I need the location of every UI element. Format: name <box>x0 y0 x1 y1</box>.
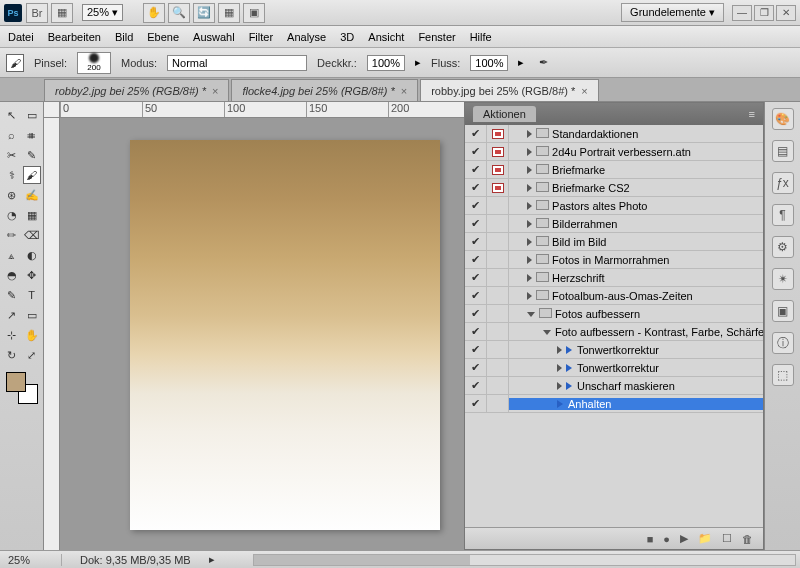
actions-tab-label[interactable]: Aktionen <box>473 106 536 122</box>
toggle-checkbox[interactable]: ✔ <box>465 233 487 251</box>
canvas-area[interactable]: 050100150200250300350400 Aktionen ≡ ✔ St… <box>44 102 764 550</box>
minimize-button[interactable]: — <box>732 5 752 21</box>
expand-icon[interactable] <box>527 202 532 210</box>
action-name[interactable]: Fotos aufbessern <box>509 308 763 320</box>
dialog-toggle[interactable] <box>487 359 509 377</box>
zoom-selector[interactable]: 25% ▾ <box>82 4 123 21</box>
expand-icon[interactable] <box>527 238 532 246</box>
airbrush-toggle[interactable]: ✒ <box>534 54 552 72</box>
collapse-icon[interactable] <box>527 312 535 317</box>
rotate-view-quick[interactable]: 🔄 <box>193 3 215 23</box>
dialog-toggle[interactable] <box>487 305 509 323</box>
menu-hilfe[interactable]: Hilfe <box>470 31 492 43</box>
close-window-button[interactable]: ✕ <box>776 5 796 21</box>
doc-tab-1[interactable]: flocke4.jpg bei 25% (RGB/8#) *× <box>231 79 418 101</box>
action-name[interactable]: Bild im Bild <box>509 236 763 248</box>
dialog-toggle[interactable] <box>487 125 509 143</box>
actions-panel-header[interactable]: Aktionen ≡ <box>465 103 763 125</box>
document-canvas[interactable] <box>130 140 440 530</box>
tool-2-1[interactable]: ✎ <box>23 146 41 164</box>
tool-9-0[interactable]: ✎ <box>3 286 21 304</box>
panel-icon-8[interactable]: ⬚ <box>772 364 794 386</box>
tool-0-0[interactable]: ↖ <box>3 106 21 124</box>
tool-3-1[interactable]: 🖌 <box>23 166 41 184</box>
dialog-toggle[interactable] <box>487 287 509 305</box>
collapse-icon[interactable] <box>543 330 551 335</box>
tool-1-1[interactable]: ⩩ <box>23 126 41 144</box>
action-name[interactable]: Fotoalbum-aus-Omas-Zeiten <box>509 290 763 302</box>
toggle-checkbox[interactable]: ✔ <box>465 287 487 305</box>
action-row[interactable]: ✔ Herzschrift <box>465 269 763 287</box>
panel-icon-1[interactable]: ▤ <box>772 140 794 162</box>
dialog-toggle[interactable] <box>487 269 509 287</box>
dialog-toggle[interactable] <box>487 161 509 179</box>
action-row[interactable]: ✔ Briefmarke <box>465 161 763 179</box>
action-name[interactable]: Briefmarke CS2 <box>509 182 763 194</box>
maximize-button[interactable]: ❐ <box>754 5 774 21</box>
action-row[interactable]: ✔ Pastors altes Photo <box>465 197 763 215</box>
status-zoom[interactable]: 25% <box>4 554 62 566</box>
dialog-toggle[interactable] <box>487 395 509 413</box>
tool-4-1[interactable]: ✍ <box>23 186 41 204</box>
menu-datei[interactable]: Datei <box>8 31 34 43</box>
delete-button[interactable]: 🗑 <box>742 533 753 545</box>
panel-icon-7[interactable]: ⓘ <box>772 332 794 354</box>
action-name[interactable]: Unscharf maskieren <box>509 380 763 392</box>
action-row[interactable]: ✔ Fotoalbum-aus-Omas-Zeiten <box>465 287 763 305</box>
close-icon[interactable]: × <box>401 85 407 97</box>
menu-analyse[interactable]: Analyse <box>287 31 326 43</box>
tool-12-0[interactable]: ↻ <box>3 346 21 364</box>
toggle-checkbox[interactable]: ✔ <box>465 215 487 233</box>
action-name[interactable]: Foto aufbessern - Kontrast, Farbe, Schär… <box>509 326 763 338</box>
action-name[interactable]: Fotos in Marmorrahmen <box>509 254 763 266</box>
action-row[interactable]: ✔Tonwertkorrektur <box>465 341 763 359</box>
panel-icon-3[interactable]: ¶ <box>772 204 794 226</box>
dialog-toggle[interactable] <box>487 251 509 269</box>
dialog-toggle[interactable] <box>487 377 509 395</box>
tool-5-1[interactable]: ▦ <box>23 206 41 224</box>
action-name[interactable]: Anhalten <box>509 398 763 410</box>
toggle-checkbox[interactable]: ✔ <box>465 197 487 215</box>
tool-4-0[interactable]: ⊛ <box>3 186 21 204</box>
menu-auswahl[interactable]: Auswahl <box>193 31 235 43</box>
action-name[interactable]: Herzschrift <box>509 272 763 284</box>
tool-8-0[interactable]: ◓ <box>3 266 21 284</box>
toggle-checkbox[interactable]: ✔ <box>465 269 487 287</box>
tool-7-1[interactable]: ◐ <box>23 246 41 264</box>
arrange-docs-button[interactable]: ▦ <box>218 3 240 23</box>
fg-color-swatch[interactable] <box>6 372 26 392</box>
close-icon[interactable]: × <box>581 85 587 97</box>
color-swatches[interactable] <box>6 372 38 404</box>
dialog-toggle[interactable] <box>487 197 509 215</box>
menu-fenster[interactable]: Fenster <box>418 31 455 43</box>
expand-icon[interactable] <box>527 184 532 192</box>
panel-icon-4[interactable]: ⚙ <box>772 236 794 258</box>
tool-1-0[interactable]: ⌕ <box>3 126 21 144</box>
tool-8-1[interactable]: ✥ <box>23 266 41 284</box>
zoom-tool-quick[interactable]: 🔍 <box>168 3 190 23</box>
action-row[interactable]: ✔ Briefmarke CS2 <box>465 179 763 197</box>
action-row[interactable]: ✔ Fotos in Marmorrahmen <box>465 251 763 269</box>
tool-0-1[interactable]: ▭ <box>23 106 41 124</box>
tool-11-1[interactable]: ✋ <box>23 326 41 344</box>
panel-icon-5[interactable]: ✴ <box>772 268 794 290</box>
action-row[interactable]: ✔ Fotos aufbessern <box>465 305 763 323</box>
tool-2-0[interactable]: ✂ <box>3 146 21 164</box>
flow-input[interactable]: 100% <box>470 55 508 71</box>
toggle-checkbox[interactable]: ✔ <box>465 359 487 377</box>
menu-bild[interactable]: Bild <box>115 31 133 43</box>
bridge-button[interactable]: Br <box>26 3 48 23</box>
action-name[interactable]: Briefmarke <box>509 164 763 176</box>
tool-9-1[interactable]: T <box>23 286 41 304</box>
new-action-button[interactable]: ☐ <box>722 532 732 545</box>
dialog-toggle[interactable] <box>487 233 509 251</box>
expand-icon[interactable] <box>527 166 532 174</box>
expand-icon[interactable] <box>527 292 532 300</box>
toggle-checkbox[interactable]: ✔ <box>465 395 487 413</box>
panel-icon-0[interactable]: 🎨 <box>772 108 794 130</box>
tool-3-0[interactable]: ⚕ <box>3 166 21 184</box>
tool-7-0[interactable]: ⟁ <box>3 246 21 264</box>
close-icon[interactable]: × <box>212 85 218 97</box>
toggle-checkbox[interactable]: ✔ <box>465 323 487 341</box>
action-row[interactable]: ✔Tonwertkorrektur <box>465 359 763 377</box>
